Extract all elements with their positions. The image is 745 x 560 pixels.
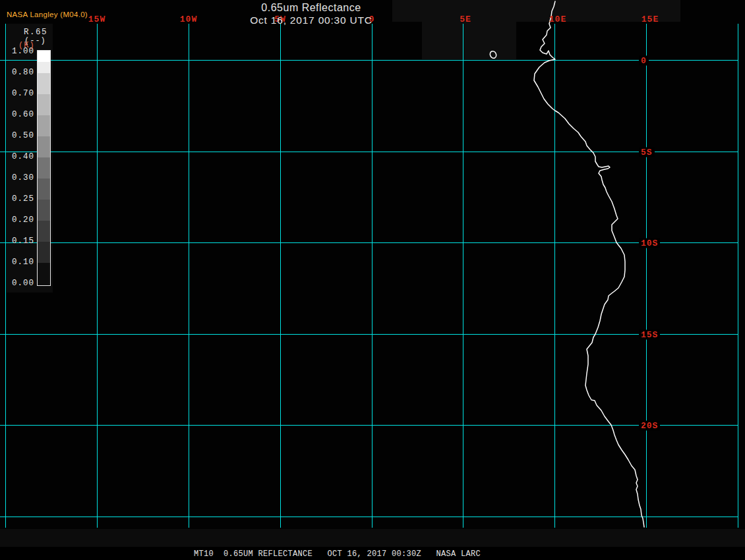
colorbar-tick: 0.80 (12, 68, 34, 77)
colorbar-tick: 0.50 (12, 131, 34, 140)
colorbar-tick: 0.40 (12, 152, 34, 161)
colorbar-segment (38, 179, 50, 200)
lat-label-15s: 15S (639, 330, 660, 340)
colorbar-tick: 0.20 (12, 215, 34, 225)
colorbar-name: R.65 (24, 28, 47, 37)
colorbar-segment (38, 157, 50, 179)
page-title: 0.65um Reflectance (261, 2, 361, 14)
colorbar-tick: 0.30 (12, 173, 34, 182)
footer-annotation: MT10 0.65UM REFLECTANCE OCT 16, 2017 00:… (194, 549, 481, 559)
lon-label-10e: 10E (549, 14, 566, 24)
datetime-label: Oct 16, 2017 00:30 UTC (250, 14, 372, 26)
lat-label-5s: 5S (639, 148, 655, 157)
colorbar-segment (38, 51, 50, 62)
colorbar-tick: 0.00 (12, 279, 34, 288)
colorbar-gradient (37, 50, 51, 286)
colorbar-segment (38, 73, 50, 94)
lon-label-15w: 15W (88, 14, 105, 24)
lon-label-5e: 5E (460, 14, 471, 24)
colorbar-tick: 0.60 (12, 110, 34, 119)
colorbar-segment (38, 200, 50, 221)
nasa-langley-credit: NASA Langley (M04.0) (7, 11, 88, 18)
colorbar-segment (38, 62, 50, 73)
coastline-svg (0, 0, 745, 560)
island-outline (489, 50, 498, 59)
colorbar-segment (38, 242, 50, 263)
lon-label-15e: 15E (641, 14, 659, 24)
colorbar-tick: 0.15 (12, 237, 34, 246)
satellite-quicklook-image: 15W 10W 5W 0 5E 10E 15E 0 5S 10S 15S 20S… (0, 0, 745, 560)
lat-label-20s: 20S (639, 421, 660, 431)
colorbar-units-kelvin: (K) (18, 41, 35, 50)
africa-west-coastline-path (534, 1, 644, 527)
colorbar-segment (38, 263, 50, 285)
colorbar-segment (38, 115, 50, 136)
lat-label-0: 0 (639, 56, 649, 66)
colorbar-segment (38, 136, 50, 157)
colorbar-tick: 0.70 (12, 89, 34, 98)
colorbar-tick: 0.10 (12, 258, 34, 267)
lon-label-10w: 10W (180, 14, 197, 24)
colorbar-segment (38, 94, 50, 115)
colorbar-segment (38, 221, 50, 242)
lat-label-10s: 10S (639, 238, 660, 248)
colorbar-tick: 0.25 (12, 194, 34, 204)
